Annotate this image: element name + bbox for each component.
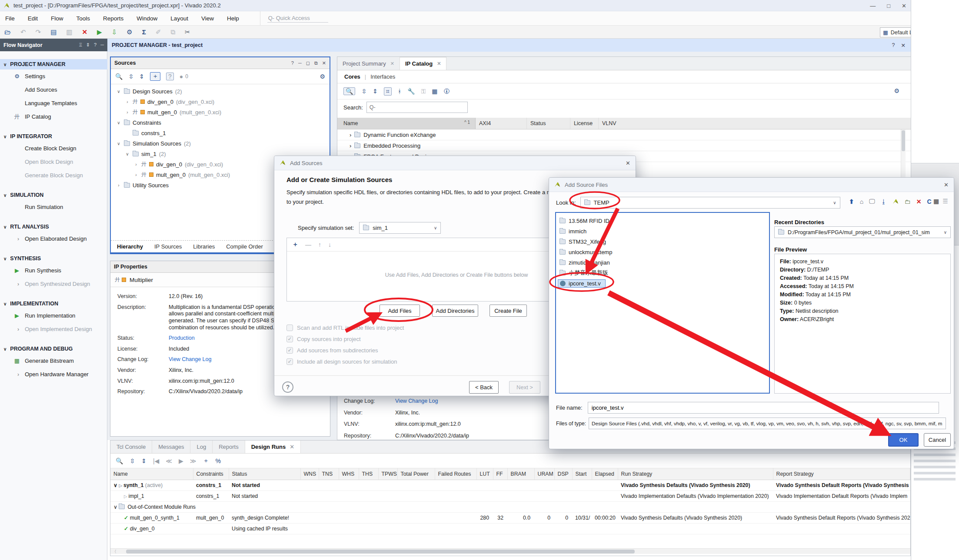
minimize-panel-icon[interactable]: ─ <box>100 42 104 48</box>
close-icon[interactable]: ✕ <box>901 42 906 49</box>
maximize-icon[interactable]: □ <box>887 3 890 9</box>
menu-edit[interactable]: Edit <box>28 15 38 22</box>
checkbox-copy-sources-into-project[interactable]: ✓Copy sources into project <box>286 333 404 345</box>
menu-tools[interactable]: Tools <box>77 15 90 22</box>
first-icon[interactable]: |◀ <box>153 457 159 464</box>
tab-tcl-console[interactable]: Tcl Console <box>110 441 152 453</box>
grid-view-icon[interactable]: ▦ <box>933 198 939 205</box>
add-directories-button[interactable]: Add Directories <box>432 305 478 317</box>
column-name[interactable]: Name <box>110 468 193 480</box>
tab-close-icon[interactable]: ✕ <box>437 61 441 66</box>
tab-design-runs[interactable]: Design Runs✕ <box>245 441 301 453</box>
run-icon[interactable]: ▶ <box>97 29 102 35</box>
search-icon[interactable]: 🔍 <box>116 457 123 464</box>
catalog-row[interactable]: ›Dynamic Function eXchange <box>337 129 911 140</box>
tab-ip-catalog[interactable]: IP Catalog✕ <box>400 57 447 70</box>
column-lut[interactable]: LUT <box>476 468 493 480</box>
missing-sources-icon[interactable]: ? <box>166 73 174 80</box>
scroll-left-icon[interactable]: 〈 <box>112 549 117 555</box>
flow-item-language-templates[interactable]: Language Templates <box>0 96 107 110</box>
ok-button[interactable]: OK <box>888 433 919 447</box>
chevron-down-icon[interactable]: ∨ <box>116 141 121 146</box>
close-icon[interactable]: ✕ <box>626 160 630 166</box>
run-row-impl_1[interactable]: ▷ impl_1constrs_1Not startedVivado Imple… <box>110 490 910 501</box>
column-tpws[interactable]: TPWS <box>378 468 397 480</box>
license-key-icon[interactable]: ⚿ <box>421 88 426 95</box>
sim-set-select[interactable]: sim_1 ∨ <box>359 222 441 234</box>
chevron-right-icon[interactable]: › <box>125 110 130 115</box>
column-license[interactable]: License <box>570 118 599 129</box>
tab-hierarchy[interactable]: Hierarchy <box>117 243 143 250</box>
desktop-icon[interactable]: 🖵 <box>869 198 875 205</box>
horizontal-scrollbar[interactable]: 〈 <box>110 548 910 554</box>
cut-icon[interactable]: ✂ <box>185 29 190 35</box>
rewind-icon[interactable]: ≪ <box>166 457 172 464</box>
tab-compile-order[interactable]: Compile Order <box>226 243 263 250</box>
flow-item-open-hardware-manager[interactable]: ›Open Hardware Manager <box>0 368 107 381</box>
column-constraints[interactable]: Constraints <box>193 468 229 480</box>
checkbox-include-all-design-sources-for-simulation[interactable]: ✓Include all design sources for simulati… <box>286 356 404 367</box>
flow-item-settings[interactable]: ⚙Settings <box>0 70 107 83</box>
column-dsp[interactable]: DSP <box>554 468 572 480</box>
info-icon[interactable]: 🛈 <box>444 88 450 95</box>
detail-value[interactable]: View Change Log <box>395 398 539 405</box>
menu-help[interactable]: Help <box>227 15 239 22</box>
column-status[interactable]: Status <box>527 118 570 129</box>
probe-icon[interactable]: ✐ <box>156 29 161 35</box>
tab-log[interactable]: Log <box>190 441 213 453</box>
column-elapsed[interactable]: Elapsed <box>592 468 618 480</box>
expand-all-icon[interactable]: ⇕ <box>141 457 147 464</box>
refresh-icon[interactable]: C <box>927 198 931 205</box>
gear-icon[interactable]: ⚙ <box>894 87 899 94</box>
flow-item-generate-bitstream[interactable]: ▦Generate Bitstream <box>0 354 107 368</box>
column-name[interactable]: Name <box>337 118 476 129</box>
column-whs[interactable]: WHS <box>339 468 359 480</box>
flow-item-add-sources[interactable]: Add Sources <box>0 83 107 96</box>
column-ths[interactable]: THS <box>359 468 378 480</box>
flow-item-run-synthesis[interactable]: ▶Run Synthesis <box>0 264 107 277</box>
run-row-div_gen_0[interactable]: ✓ div_gen_0Using cached IP results <box>110 523 910 534</box>
maximize-panel-icon[interactable]: ◻ <box>306 60 310 66</box>
chevron-down-icon[interactable]: ∨ <box>113 504 119 510</box>
flow-item-create-block-design[interactable]: Create Block Design <box>0 142 107 155</box>
column-bram[interactable]: BRAM <box>507 468 534 480</box>
flow-item-run-simulation[interactable]: Run Simulation <box>0 200 107 214</box>
help-icon[interactable]: ? <box>291 60 294 66</box>
expand-all-icon[interactable]: ⇕ <box>373 88 378 95</box>
chip-icon[interactable]: ▦ <box>432 88 437 95</box>
collapse-all-icon[interactable]: ⇳ <box>130 457 135 464</box>
flow-section-program-and-debug[interactable]: ∨PROGRAM AND DEBUG <box>0 344 107 354</box>
look-in-select[interactable]: TEMP ∨ <box>580 197 840 209</box>
flow-section-ip-integrator[interactable]: ∨IP INTEGRATOR <box>0 131 107 142</box>
vivado-dir-icon[interactable] <box>892 199 899 205</box>
column-tns[interactable]: TNS <box>319 468 339 480</box>
file-item-zimutiquruanjian[interactable]: zimutiquruanjian <box>556 257 769 268</box>
column-failed-routes[interactable]: Failed Routes <box>435 468 476 480</box>
tab-libraries[interactable]: Libraries <box>193 243 215 250</box>
new-folder-icon[interactable]: 🗀 <box>905 198 911 205</box>
settings-icon[interactable]: ⚙ <box>127 29 132 35</box>
menu-view[interactable]: View <box>201 15 214 22</box>
column-total-power[interactable]: Total Power <box>397 468 435 480</box>
column-status[interactable]: Status <box>229 468 300 480</box>
home-icon[interactable]: ⌂ <box>860 198 863 205</box>
column-report-strategy[interactable]: Report Strategy <box>773 468 910 480</box>
tree-row-div_gen_0[interactable]: ›⼶div_gen_0 (div_gen_0.xci) <box>111 96 330 107</box>
undo-icon[interactable]: ↶ <box>20 29 26 35</box>
flow-section-project-manager[interactable]: ∨PROJECT MANAGER <box>0 59 107 70</box>
chevron-right-icon[interactable]: › <box>125 99 130 104</box>
forward-icon[interactable]: ≫ <box>190 457 196 464</box>
tree-row-Simulation Sources[interactable]: ∨Simulation Sources (2) <box>111 138 330 149</box>
chevron-right-icon[interactable]: › <box>350 132 351 138</box>
flow-section-implementation[interactable]: ∨IMPLEMENTATION <box>0 298 107 309</box>
hide-incompatible-icon[interactable]: ⌗ <box>384 87 392 96</box>
run-row-Out-of-Context Module Runs[interactable]: ∨ Out-of-Context Module Runs <box>110 501 910 512</box>
file-item-STM32_Xifeng[interactable]: STM32_Xifeng <box>556 236 769 247</box>
search-icon[interactable]: 🔍 <box>343 87 355 95</box>
expand-all-icon[interactable]: ⇕ <box>139 73 144 80</box>
quick-access-search[interactable]: Q- Quick Access <box>260 11 328 25</box>
add-icon[interactable]: ＋ <box>292 241 298 249</box>
menu-file[interactable]: File <box>5 15 15 22</box>
close-icon[interactable]: ✕ <box>322 60 326 66</box>
tab-ip-sources[interactable]: IP Sources <box>154 243 182 250</box>
